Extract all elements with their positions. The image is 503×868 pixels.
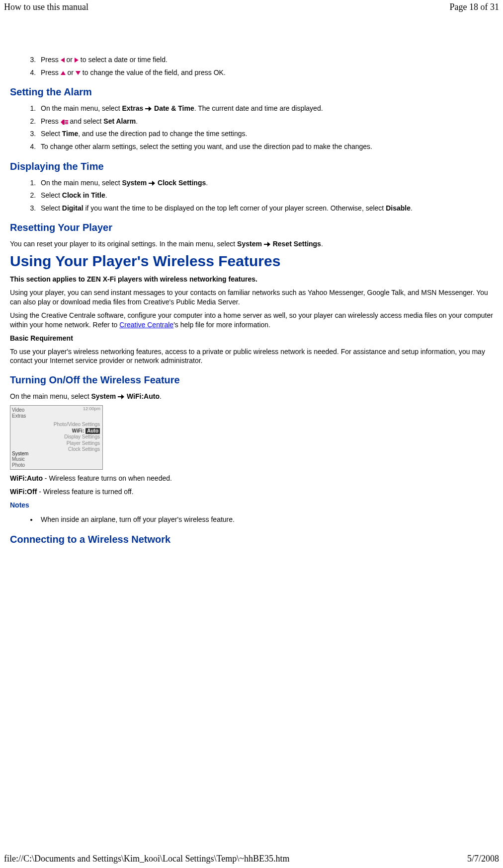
left-arrow-icon <box>61 58 65 63</box>
player-screenshot: 12:00pm Video Extras Photo/Video Setting… <box>10 405 103 470</box>
wireless-p3: To use your player's wireless networking… <box>10 347 493 366</box>
intro-step-4: Press or to change the value of the fiel… <box>38 68 493 78</box>
intro-step-3: Press or to select a date or time field. <box>38 55 493 65</box>
arrow-right-icon <box>264 242 271 247</box>
scr-left-bottom: System Music Photo <box>12 451 38 468</box>
up-arrow-icon <box>61 71 66 75</box>
notes-list: When inside an airplane, turn off your p… <box>10 515 493 525</box>
heading-connecting-wireless: Connecting to a Wireless Network <box>10 534 493 545</box>
creative-centrale-link[interactable]: Creative Centrale <box>119 321 173 329</box>
heading-resetting-player: Resetting Your Player <box>10 222 493 233</box>
context-menu-icon <box>61 120 68 125</box>
header-title: How to use this manual <box>4 2 88 12</box>
displaytime-step-2: Select Clock in Title. <box>38 191 493 201</box>
arrow-right-icon <box>118 394 125 399</box>
wifi-instruction: On the main menu, select System WiFi:Aut… <box>10 392 493 401</box>
page-header: How to use this manual Page 18 of 31 <box>0 0 503 12</box>
notes-heading: Notes <box>10 501 493 510</box>
alarm-step-4: To change other alarm settings, select t… <box>38 142 493 152</box>
footer-date: 5/7/2008 <box>467 854 499 864</box>
alarm-step-3: Select Time, and use the direction pad t… <box>38 129 493 139</box>
wireless-subheading: This section applies to ZEN X-Fi players… <box>10 275 493 284</box>
heading-wireless-features: Using Your Player's Wireless Features <box>10 253 493 270</box>
wifi-off-desc: WiFi:Off - Wireless feature is turned of… <box>10 487 493 497</box>
wireless-p2: Using the Creative Centrale software, co… <box>10 311 493 330</box>
arrow-right-icon <box>149 181 156 186</box>
arrow-right-icon <box>145 106 152 111</box>
scr-center-menu: Photo/Video Settings WiFi: Auto Display … <box>38 422 100 453</box>
heading-displaying-time: Displaying the Time <box>10 161 493 172</box>
alarm-step-1: On the main menu, select Extras Date & T… <box>38 104 493 114</box>
alarm-step-2: Press and select Set Alarm. <box>38 117 493 127</box>
page-content: Press or to select a date or time field.… <box>0 12 503 545</box>
header-page: Page 18 of 31 <box>450 2 499 12</box>
heading-turning-wifi: Turning On/Off the Wireless Feature <box>10 374 493 386</box>
page-footer: file://C:\Documents and Settings\Kim_koo… <box>4 854 499 864</box>
wifi-auto-desc: WiFi:Auto - Wireless feature turns on wh… <box>10 474 493 483</box>
alarm-list: On the main menu, select Extras Date & T… <box>10 104 493 151</box>
scr-left-top: Video Extras <box>12 407 38 419</box>
note-1: When inside an airplane, turn off your p… <box>38 515 493 525</box>
displaytime-list: On the main menu, select System Clock Se… <box>10 178 493 214</box>
scr-time: 12:00pm <box>83 406 100 411</box>
wireless-p1: Using your player, you can send instant … <box>10 288 493 307</box>
heading-setting-alarm: Setting the Alarm <box>10 86 493 98</box>
down-arrow-icon <box>76 71 81 75</box>
displaytime-step-1: On the main menu, select System Clock Se… <box>38 178 493 188</box>
reset-text: You can reset your player to its origina… <box>10 239 493 249</box>
displaytime-step-3: Select Digital if you want the time to b… <box>38 204 493 214</box>
intro-list: Press or to select a date or time field.… <box>10 55 493 77</box>
footer-path: file://C:\Documents and Settings\Kim_koo… <box>4 854 289 864</box>
right-arrow-icon <box>75 58 79 63</box>
basic-requirement-heading: Basic Requirement <box>10 334 493 343</box>
